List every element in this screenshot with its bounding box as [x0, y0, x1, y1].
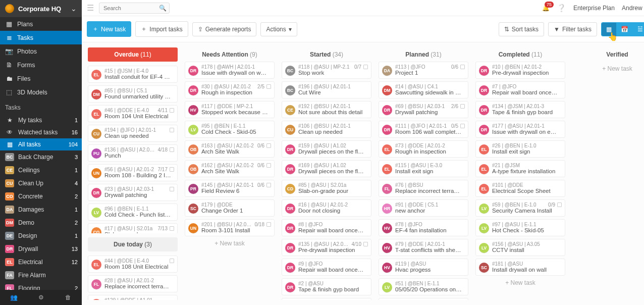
user-menu[interactable]: Andrew ▾ — [622, 5, 644, 12]
task-card[interactable]: DR#16 | @ASU | A2.01-2Door not closing — [282, 199, 371, 217]
users-button[interactable]: 👥 — [0, 290, 27, 305]
workspace-switcher[interactable]: Corporate HQ ⌄ — [0, 0, 82, 17]
task-card[interactable]: HV#119 | @ASUHvac progess — [379, 259, 468, 276]
task-card[interactable]: PU#136 | @ASU | A2.01-24/18Punch — [88, 144, 178, 162]
task-card[interactable]: UN#56 | @ASU | A2.01-27/17Room 108 - Bui… — [88, 164, 178, 181]
tag-item[interactable]: FAFire Alarm — [0, 269, 82, 282]
task-card[interactable]: DM#14 | @ASU | C4.1Sawcutting sidewalk i… — [379, 81, 468, 98]
task-card[interactable]: DR#9 | @JFORepair wall board once t-stat… — [282, 259, 371, 276]
task-card[interactable]: DR#177 | @ASU | A2.01-1Issue with drywal… — [475, 121, 565, 138]
task-card[interactable]: HR#91 | @DDE | C5.1new anchor — [379, 199, 468, 217]
task-card[interactable]: LV#97 | @ASU | E-1.1Hot Check - Skid-05 — [475, 219, 565, 236]
filter-tasks-button[interactable]: ▼Filter tasks — [548, 22, 597, 36]
new-task-link[interactable]: + New task — [185, 236, 275, 250]
nav-item-tasks[interactable]: ≣Tasks — [0, 31, 82, 44]
view-calendar-button[interactable]: 📅 — [616, 23, 633, 36]
help-button[interactable]: ❔ — [557, 4, 566, 13]
task-card[interactable]: PR#145 | @ASU | A2.01-10/6Field Review 6 — [185, 180, 275, 197]
tag-item[interactable]: ELElectrical12 — [0, 256, 82, 269]
task-card[interactable]: OB#163 | @ASU | A2.01-20/6Arch Site Walk — [185, 140, 275, 158]
new-task-link[interactable]: + New task — [475, 276, 565, 290]
nav-item-plans[interactable]: ▦Plans — [0, 17, 82, 31]
tag-item[interactable]: DEDesign1 — [0, 229, 82, 242]
tag-item[interactable]: COConcrete2 — [0, 190, 82, 203]
new-task-button[interactable]: ＋New task — [87, 21, 131, 37]
new-task-link[interactable]: + New task — [572, 62, 644, 76]
task-card[interactable]: DR#169 | @ASU | A1.02Drywall pieces on t… — [282, 160, 371, 177]
nav-item-files[interactable]: 🖿Files — [0, 72, 82, 85]
generate-reports-button[interactable]: ⇪Generate reports — [192, 22, 257, 36]
task-card[interactable]: EL#21 | @JSMA-type fixture installation — [475, 160, 565, 177]
tag-item[interactable]: ▦All tasks104 — [0, 138, 82, 150]
task-card[interactable]: LV#59 | @BEN | E-1.00/9Security Camera I… — [475, 199, 565, 217]
view-grid-button[interactable]: ▦ — [602, 23, 616, 36]
task-card[interactable]: DR#135 | @ASU | A2.01-24/10Pre-drywall i… — [282, 239, 371, 256]
task-card[interactable]: CU#194 | @JFO | A2.01-1Clean up needed — [88, 125, 178, 142]
sort-tasks-button[interactable]: ⇅Sort tasks — [499, 22, 544, 36]
task-card[interactable]: EL#44 | @DDE | E-4.0Room 108 Unit Electr… — [88, 256, 178, 273]
task-card[interactable]: DR#111 | @JFO | A2.01-10/5Room 106 wall … — [379, 121, 468, 138]
task-card[interactable]: DR#134 | @JSM | A2.01-3Tape & finish gyp… — [475, 101, 565, 118]
task-card[interactable]: EL#115 | @ASU | E-3.0Install exit sign — [379, 160, 468, 177]
card-title: Install exit sign — [492, 148, 559, 155]
task-card[interactable]: EL#26 | @BEN | E-1.0Install exit sign — [475, 140, 565, 158]
task-card[interactable]: DR#2 | @ASUTape & finish gyp board — [282, 278, 371, 295]
task-card[interactable]: FL#28 | @ASU | A2.01-2Replace incorrect … — [88, 275, 178, 292]
tag-item[interactable]: BCBack Charge3 — [0, 150, 82, 164]
task-card[interactable]: EL#73 | @DDE | A2.01-2Rough in inspectio… — [379, 140, 468, 158]
tag-item[interactable]: 👁Watched tasks16 — [0, 126, 82, 138]
task-card[interactable]: DR#178 | @AWH | A2.01-1Issue with drywal… — [185, 62, 275, 79]
import-tasks-button[interactable]: ＋Import tasks — [135, 21, 188, 37]
view-list-button[interactable]: ☱ — [633, 23, 644, 36]
task-card[interactable]: CU#106 | @BSU | A2.01-1Clean up needed — [282, 121, 371, 138]
notifications-button[interactable]: 🔔 75 — [542, 5, 550, 12]
task-card[interactable]: EL#101 | @DDEElectrical Scope Sheet — [475, 180, 565, 197]
task-card[interactable]: DR#30 | @ASU | A2.01-22/5Rough in inspec… — [185, 81, 275, 98]
task-card[interactable]: CD#85 | @ASU | S2.01aSlab-on-grade pour — [282, 180, 371, 197]
task-card[interactable]: DR#7 | @JFORepair wall board once t-stat… — [475, 81, 565, 98]
task-card[interactable]: BC#118 | @ASU | MP-2.10/7Stop work — [282, 62, 371, 79]
task-card[interactable]: UN#201 | @BSU | A2.01-30/18Room 3-101 In… — [185, 219, 275, 236]
task-card[interactable]: LV#51 | @BEN | E-1.105/05/20 Operations … — [379, 278, 468, 295]
nav-item-photos[interactable]: 📷Photos — [0, 44, 82, 58]
task-card[interactable]: DM#65 | @BSU | C5.1Found unmarked utilit… — [88, 85, 178, 103]
tag-item[interactable]: ★My tasks1 — [0, 114, 82, 126]
task-card[interactable]: DR#69 | @BSU | A2.03-12/6Drywall patchin… — [379, 101, 468, 118]
task-card[interactable]: DR#8 | @JFORepair wall board once t-stat… — [282, 219, 371, 236]
tag-item[interactable]: CUClean Up4 — [0, 177, 82, 190]
task-card[interactable]: CE#192 | @BSU | A2.01-1Not sure about th… — [282, 101, 371, 118]
task-card[interactable]: EL#46 | @DDE | E-4.04/11Room 104 Unit El… — [88, 105, 178, 122]
tag-item[interactable]: FLFlooring2 — [0, 282, 82, 290]
tag-item[interactable]: DMDemo2 — [0, 216, 82, 229]
tag-item[interactable]: DADamages1 — [0, 203, 82, 216]
task-card[interactable]: SC#181 | @ASUInstall drywall on wall — [475, 259, 565, 276]
actions-dropdown[interactable]: Actions▾ — [260, 22, 297, 36]
task-card[interactable]: DA#113 | @JFO0/6Project 1 — [379, 62, 468, 79]
task-card[interactable]: DR#159 | @ASU | A1.02Drywall pieces on t… — [282, 140, 371, 158]
task-card[interactable]: OB#162 | @ASU | A2.01-20/6Arch Site Walk — [185, 160, 275, 177]
task-card[interactable]: DR#10 | @BEN | A2.01-2Pre-drywall inspec… — [475, 62, 565, 79]
task-card[interactable]: DR#19 | @ASU4/17Room 305 sign off — [282, 298, 371, 300]
task-card[interactable]: BC#196 | @ASU | A2.01-1Cut Wire — [282, 81, 371, 98]
tag-item[interactable]: CECeilings1 — [0, 164, 82, 177]
task-card[interactable]: SC#179 | @DDEChange Order 1 — [185, 199, 275, 217]
nav-item-forms[interactable]: 🗎Forms — [0, 58, 82, 72]
menu-toggle-icon[interactable]: ☰ — [87, 3, 94, 13]
settings-button[interactable]: ⚙ — [27, 290, 55, 305]
nav-item-3d-models[interactable]: ⬚3D Models — [0, 85, 82, 99]
search-icon[interactable]: 🔍 — [159, 5, 167, 12]
tag-item[interactable]: DRDrywall13 — [0, 242, 82, 256]
task-card[interactable]: LV#81 | @BEN | E-3.1Card reader installa… — [379, 298, 468, 300]
trash-button[interactable]: 🗑 — [55, 290, 82, 305]
task-card[interactable]: LV#96 | @BEN | E-1.1Cold Check - Punch l… — [88, 204, 178, 221]
task-card[interactable]: CO#17 | @ASU | S2.01a7/13Slab-on-grade p… — [88, 223, 178, 233]
task-card[interactable]: HV#78 | @JFOEF-4 fan installation — [379, 219, 468, 236]
task-card[interactable]: LV#156 | @ASU | A3.05CCTV install — [475, 239, 565, 256]
task-card[interactable]: LV#95 | @BEN | E-1.1Cold Check - Skid-05 — [185, 121, 275, 138]
task-card[interactable]: FL#76 | @BSUReplace incorrect terrazzo — [379, 180, 468, 197]
task-card[interactable]: HV#117 | @DDE | MP-2.1Stopped work becau… — [185, 101, 275, 118]
task-card[interactable]: HV#79 | @DDE | A2.01-1T-stat conflicts w… — [379, 239, 468, 256]
task-card[interactable]: EL#15 | @JSM | E-4.0Install conduit for … — [88, 66, 178, 83]
task-card[interactable]: EL#129 | @DDE | A1.01 — [88, 295, 178, 300]
task-card[interactable]: DR#23 | @ASU | A2.03-1Drywall patching — [88, 184, 178, 201]
